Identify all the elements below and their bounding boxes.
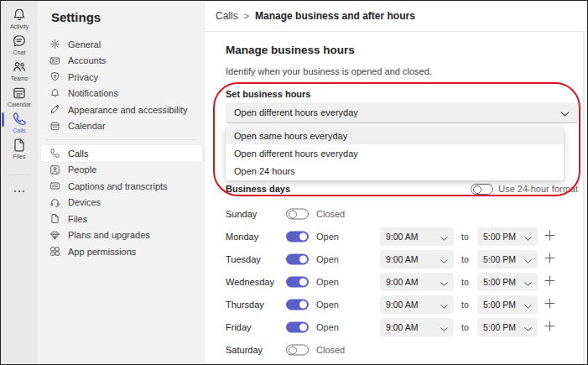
- id-card-icon: [49, 55, 60, 66]
- settings-item-notifications[interactable]: Notifications: [41, 86, 202, 102]
- settings-item-devices[interactable]: Devices: [41, 195, 202, 211]
- day-open-toggle[interactable]: [286, 208, 309, 219]
- add-time-slot-button[interactable]: [544, 252, 555, 267]
- teams-people-icon: [12, 60, 27, 75]
- rail-item-label: Teams: [11, 76, 29, 81]
- end-time-select[interactable]: 5:00 PM: [477, 227, 538, 246]
- chevron-down-icon: [440, 297, 448, 312]
- settings-item-privacy[interactable]: Privacy: [41, 69, 202, 86]
- business-hours-select[interactable]: Open different hours everyday: [226, 102, 578, 123]
- add-time-slot-button[interactable]: [544, 297, 555, 312]
- settings-item-label: Privacy: [68, 72, 98, 82]
- end-time-select[interactable]: 5:00 PM: [477, 250, 538, 269]
- dropdown-option-same-hours[interactable]: Open same hours everyday: [226, 127, 564, 144]
- day-open-toggle[interactable]: [286, 299, 309, 310]
- settings-item-people[interactable]: People: [41, 162, 202, 179]
- day-row-tuesday: Tuesday Open 9:00 AM to 5:00 PM: [226, 248, 578, 270]
- day-open-toggle[interactable]: [286, 253, 309, 264]
- rail-item-chat[interactable]: Chat: [1, 31, 38, 57]
- settings-menu-divider: [46, 139, 197, 140]
- day-label: Thursday: [226, 300, 264, 310]
- start-time-select[interactable]: 9:00 AM: [380, 295, 454, 314]
- end-time-value: 5:00 PM: [483, 277, 516, 287]
- settings-item-appearance[interactable]: Appearance and accessibility: [41, 102, 202, 118]
- start-time-select[interactable]: 9:00 AM: [380, 318, 454, 336]
- rail-item-calls[interactable]: Calls: [1, 109, 38, 135]
- rail-item-label: Chat: [13, 50, 26, 55]
- settings-item-label: Notifications: [68, 88, 118, 98]
- day-row-saturday: Saturday Closed: [226, 338, 578, 361]
- chevron-down-icon: [440, 252, 448, 267]
- day-open-toggle[interactable]: [286, 276, 309, 287]
- settings-content: Calls > Manage business and after hours …: [206, 1, 586, 363]
- chevron-down-icon: [524, 229, 532, 244]
- settings-item-label: People: [68, 164, 96, 175]
- add-time-slot-button[interactable]: [544, 320, 555, 335]
- settings-item-label: Appearance and accessibility: [68, 105, 187, 115]
- day-status: Open: [316, 232, 339, 242]
- day-row-friday: Friday Open 9:00 AM to 5:00 PM: [226, 315, 578, 338]
- section-description: Identify when your business is opened an…: [226, 66, 432, 76]
- rail-item-files[interactable]: Files: [1, 135, 38, 161]
- gear-icon: [49, 39, 60, 50]
- day-status: Open: [316, 277, 339, 287]
- chevron-down-icon: [524, 297, 532, 312]
- day-label: Friday: [226, 322, 252, 332]
- settings-item-calendar[interactable]: Calendar: [41, 118, 202, 135]
- start-time-select[interactable]: 9:00 AM: [380, 227, 454, 246]
- plus-icon: [544, 252, 555, 267]
- scrollbar[interactable]: [583, 33, 585, 362]
- plus-icon: [544, 229, 555, 244]
- day-status: Open: [316, 300, 339, 310]
- settings-item-captions[interactable]: Captions and transcripts: [41, 178, 202, 195]
- day-open-toggle[interactable]: [286, 231, 309, 242]
- use-24h-toggle[interactable]: [471, 184, 493, 195]
- more-apps-button[interactable]: [1, 184, 38, 199]
- start-time-value: 9:00 AM: [386, 300, 419, 310]
- add-time-slot-button[interactable]: [544, 229, 555, 244]
- end-time-select[interactable]: 5:00 PM: [477, 295, 538, 314]
- breadcrumb: Calls > Manage business and after hours: [206, 1, 586, 32]
- settings-item-plans[interactable]: Plans and upgrades: [41, 227, 202, 244]
- chat-icon: [12, 34, 27, 49]
- plus-icon: [544, 320, 555, 335]
- breadcrumb-calls-link[interactable]: Calls: [216, 10, 238, 22]
- rail-item-teams[interactable]: Teams: [1, 57, 38, 83]
- day-label: Monday: [226, 232, 258, 242]
- settings-item-label: Calendar: [68, 121, 106, 131]
- bell-icon: [12, 8, 27, 23]
- settings-item-accounts[interactable]: Accounts: [41, 53, 202, 70]
- end-time-select[interactable]: 5:00 PM: [477, 273, 538, 291]
- day-open-toggle[interactable]: [286, 344, 309, 355]
- rail-item-label: Activity: [10, 23, 29, 29]
- rail-item-activity[interactable]: Activity: [1, 5, 38, 31]
- chevron-down-icon: [440, 320, 448, 335]
- start-time-value: 9:00 AM: [386, 232, 419, 242]
- day-status: Closed: [316, 345, 345, 355]
- more-ellipsis-icon: [13, 184, 26, 199]
- end-time-value: 5:00 PM: [483, 232, 516, 242]
- shield-icon: [49, 71, 60, 82]
- app-rail: Activity Chat Teams Calendar Calls Files: [1, 1, 38, 364]
- settings-item-general[interactable]: General: [41, 36, 202, 53]
- to-label: to: [461, 232, 469, 242]
- start-time-select[interactable]: 9:00 AM: [380, 250, 454, 269]
- use-24h-label: Use 24-hour format: [498, 184, 578, 194]
- dropdown-option-different-hours[interactable]: Open different hours everyday: [226, 144, 564, 162]
- add-time-slot-button[interactable]: [544, 274, 555, 289]
- rail-item-calendar[interactable]: Calendar: [1, 83, 38, 109]
- dropdown-option-24-hours[interactable]: Open 24 hours: [226, 162, 564, 180]
- end-time-select[interactable]: 5:00 PM: [477, 318, 538, 336]
- chevron-down-icon: [440, 274, 448, 289]
- day-open-toggle[interactable]: [286, 321, 309, 332]
- calendar-icon: [12, 86, 27, 101]
- chevron-right-icon: >: [244, 11, 249, 21]
- settings-item-calls[interactable]: Calls: [41, 145, 202, 162]
- settings-item-app-permissions[interactable]: App permissions: [41, 243, 202, 260]
- phone-icon: [12, 112, 27, 127]
- section-title: Manage business hours: [226, 44, 355, 56]
- start-time-select[interactable]: 9:00 AM: [380, 273, 454, 291]
- settings-item-label: Accounts: [68, 55, 106, 65]
- settings-item-files[interactable]: Files: [41, 211, 202, 227]
- app-grid-icon: [49, 246, 60, 257]
